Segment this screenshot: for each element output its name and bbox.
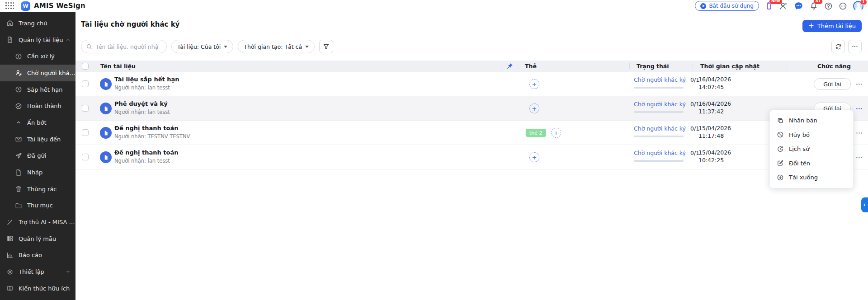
sidebar-item-settings[interactable]: Thiết lập xyxy=(0,263,75,280)
menu-item-duplicate[interactable]: Nhân bản xyxy=(770,113,853,128)
filter-document-dropdown[interactable]: Tài liệu: Của tôi xyxy=(171,40,233,53)
sidebar-item-waiting-for-others[interactable]: Chờ người khác ký xyxy=(0,65,75,81)
row-checkbox[interactable] xyxy=(82,105,89,112)
caret-down-icon xyxy=(224,46,227,48)
progress-bar xyxy=(634,111,684,113)
row-checkbox[interactable] xyxy=(82,80,89,87)
document-icon xyxy=(6,36,14,43)
menu-item-history[interactable]: Lịch sử xyxy=(770,142,853,156)
plus-icon: + xyxy=(808,23,814,29)
sidebar-item-show-less[interactable]: Ẩn bớt xyxy=(0,114,75,131)
column-name[interactable]: Tên tài liệu xyxy=(100,63,136,70)
expand-panel-tab[interactable] xyxy=(861,197,868,212)
sidebar-item-trash[interactable]: Thùng rác xyxy=(0,181,75,197)
sidebar-item-folders[interactable]: Thư mục xyxy=(0,197,75,214)
sidebar-item-document-management[interactable]: Quản lý tài liệu xyxy=(0,32,75,48)
start-using-button[interactable]: Bắt đầu sử dụng xyxy=(695,1,759,11)
document-icon xyxy=(100,151,112,163)
add-user-icon[interactable] xyxy=(779,1,788,10)
tag-badge[interactable]: thẻ 2 xyxy=(526,129,546,137)
table-row[interactable]: Đề nghị thanh toán Người nhận: lan tesst… xyxy=(75,145,868,169)
sidebar-item-drafts[interactable]: Nháp xyxy=(0,164,75,181)
user-avatar[interactable]: 1 xyxy=(853,1,863,11)
play-icon xyxy=(700,3,706,9)
sidebar-item-template-management[interactable]: Quản lý mẫu xyxy=(0,230,75,247)
avatar-badge: 1 xyxy=(860,0,867,5)
add-tag-button[interactable]: + xyxy=(529,79,539,89)
sidebar-item-useful-knowledge[interactable]: Kiến thức hữu ích xyxy=(0,280,75,297)
chart-icon xyxy=(6,252,14,259)
select-all-checkbox[interactable] xyxy=(82,63,89,70)
table-more-button[interactable] xyxy=(848,40,862,53)
chevron-left-icon xyxy=(862,202,867,207)
column-actions[interactable]: Chức năng xyxy=(798,63,868,70)
status-link[interactable]: Chờ người khác ký xyxy=(634,150,686,156)
pin-icon[interactable] xyxy=(506,62,514,70)
column-status[interactable]: Trạng thái xyxy=(637,63,669,70)
sidebar-item-home[interactable]: Trang chủ xyxy=(0,15,75,32)
bell-badge: 81 xyxy=(813,0,823,5)
clock-icon xyxy=(15,86,22,93)
add-tag-button[interactable]: + xyxy=(529,152,539,162)
mobile-app-icon[interactable]: New xyxy=(765,1,773,10)
row-more-icon[interactable] xyxy=(853,127,865,139)
menu-item-rename[interactable]: Đổi tên xyxy=(770,156,853,171)
table-row[interactable]: Đề nghị thanh toán Người nhận: TESTNV TE… xyxy=(75,121,868,145)
menu-item-cancel[interactable]: Hủy bỏ xyxy=(770,128,853,142)
menu-item-download[interactable]: Tải xuống xyxy=(770,170,853,185)
sidebar-item-needs-processing[interactable]: Cần xử lý xyxy=(0,48,75,65)
chevron-up-icon xyxy=(66,38,71,42)
sidebar-item-expiring-soon[interactable]: Sắp hết hạn xyxy=(0,81,75,98)
search-input-wrap[interactable] xyxy=(81,40,167,53)
column-updated[interactable]: Thời gian cập nhật xyxy=(700,63,760,70)
sidebar-item-completed[interactable]: Hoàn thành xyxy=(0,98,75,114)
book-icon xyxy=(6,285,14,292)
row-more-icon[interactable] xyxy=(853,103,865,114)
user-sign-icon xyxy=(15,69,22,76)
add-tag-button[interactable]: + xyxy=(529,103,539,113)
notifications-bell-icon[interactable]: 81 xyxy=(809,1,818,10)
chat-icon[interactable] xyxy=(794,1,803,11)
help-icon[interactable] xyxy=(824,2,833,10)
add-document-button[interactable]: + Thêm tài liệu xyxy=(802,20,862,32)
sidebar-item-ai-assistant[interactable]: Trợ thủ AI - MISA AVA xyxy=(0,214,75,230)
status-link[interactable]: Chờ người khác ký xyxy=(634,76,686,83)
document-name[interactable]: Đề nghị thanh toán xyxy=(114,149,178,156)
template-icon xyxy=(6,235,14,242)
sidebar-item-incoming-documents[interactable]: Tài liệu đến xyxy=(0,131,75,148)
history-icon xyxy=(777,145,784,153)
filter-funnel-button[interactable] xyxy=(319,40,333,53)
app-header: W AMIS WeSign Bắt đầu sử dụng New 81 xyxy=(0,0,868,12)
resend-button[interactable]: Gửi lại xyxy=(814,78,851,90)
row-checkbox[interactable] xyxy=(82,129,89,136)
more-options-icon[interactable] xyxy=(839,2,847,10)
add-tag-button[interactable]: + xyxy=(551,128,561,138)
progress-bar xyxy=(634,160,684,162)
sidebar-item-reports[interactable]: Báo cáo xyxy=(0,247,75,264)
document-name[interactable]: Đề nghị thanh toán xyxy=(114,125,178,131)
row-checkbox[interactable] xyxy=(82,154,89,160)
status-link[interactable]: Chờ người khác ký xyxy=(634,125,686,132)
status-link[interactable]: Chờ người khác ký xyxy=(634,101,686,108)
app-grid-icon[interactable] xyxy=(5,2,14,9)
caret-down-icon xyxy=(305,46,309,48)
gear-icon xyxy=(6,268,14,276)
table-row[interactable]: Phê duyệt và ký Người nhận: lan tesst + … xyxy=(75,96,868,121)
document-icon xyxy=(100,127,112,139)
document-recipient: Người nhận: TESTNV TESTNV xyxy=(114,133,190,140)
row-more-icon[interactable] xyxy=(853,151,865,163)
document-recipient: Người nhận: lan tesst xyxy=(114,158,170,164)
document-name[interactable]: Tài liệu sắp hết hạn xyxy=(114,76,179,83)
sidebar-item-sent[interactable]: Đã gửi xyxy=(0,148,75,164)
search-input[interactable] xyxy=(96,43,159,50)
ellipsis-icon xyxy=(851,43,859,50)
table-row[interactable]: Tài liệu sắp hết hạn Người nhận: lan tes… xyxy=(75,72,868,96)
updated-time: 16/04/202611:37:42 xyxy=(698,100,731,115)
document-name[interactable]: Phê duyệt và ký xyxy=(114,100,168,107)
main-content: Tài liệu chờ người khác ký + Thêm tài li… xyxy=(75,12,868,300)
refresh-button[interactable] xyxy=(831,40,845,53)
filter-time-dropdown[interactable]: Thời gian tạo: Tất cả xyxy=(238,40,315,53)
column-tag[interactable]: Thẻ xyxy=(525,63,537,70)
row-more-icon[interactable] xyxy=(853,78,865,90)
download-icon xyxy=(777,174,784,181)
